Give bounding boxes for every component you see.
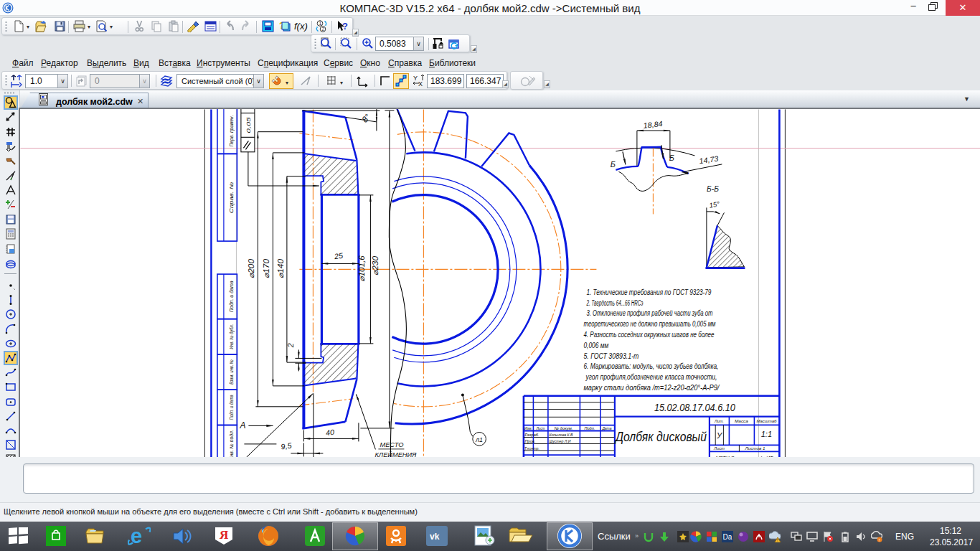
- svg-text:2: 2: [321, 26, 324, 32]
- svg-text:?: ?: [342, 21, 348, 32]
- svg-text:Изм.: Изм.: [524, 426, 532, 430]
- svg-text:Шустер Л.И: Шустер Л.И: [549, 439, 571, 443]
- svg-text:5. ГОСТ 30893.1-m: 5. ГОСТ 30893.1-m: [583, 352, 639, 360]
- svg-text:40: 40: [325, 428, 335, 438]
- svg-text:Подп. и дата: Подп. и дата: [229, 281, 234, 312]
- svg-text:угол профиля,обозначение класс: угол профиля,обозначение класса точности…: [585, 373, 717, 381]
- svg-text:25: 25: [333, 251, 344, 261]
- svg-text:марку стали долбяка /m=12-z20-: марку стали долбяка /m=12-z20-α20°-А-Р9/: [583, 384, 720, 392]
- svg-text:Масса: Масса: [735, 418, 749, 423]
- svg-text:1:1: 1:1: [761, 430, 772, 438]
- svg-text:МЕСТО: МЕСТО: [380, 441, 403, 448]
- svg-text:Разраб.: Разраб.: [524, 433, 539, 437]
- svg-text:⌀230: ⌀230: [371, 256, 380, 276]
- svg-text:2: 2: [286, 343, 295, 348]
- svg-text:⌀101,6: ⌀101,6: [357, 255, 366, 281]
- svg-text:X: X: [418, 80, 423, 88]
- svg-text:4. Разность соседних окружных: 4. Разность соседних окружных шагов не б…: [583, 331, 714, 339]
- svg-text:15.02.08.17.04.6.10: 15.02.08.17.04.6.10: [654, 401, 735, 413]
- svg-text:Подп.: Подп.: [584, 426, 595, 430]
- svg-text:Дата: Дата: [602, 426, 613, 430]
- svg-text:Масштаб: Масштаб: [756, 418, 776, 423]
- svg-text:⌀200: ⌀200: [247, 259, 255, 278]
- svg-text:Лист: Лист: [713, 446, 725, 451]
- svg-text:л1: л1: [475, 436, 483, 443]
- svg-text:А: А: [239, 420, 245, 430]
- svg-text:Пров.: Пров.: [524, 439, 535, 443]
- svg-text:⌀140: ⌀140: [276, 259, 285, 278]
- svg-text:Долбяк дисковый: Долбяк дисковый: [614, 429, 707, 444]
- svg-text:0,006 мм: 0,006 мм: [583, 342, 608, 349]
- svg-text:Лист: Лист: [536, 426, 545, 430]
- svg-text:У: У: [716, 431, 722, 440]
- svg-text:Б: Б: [611, 160, 616, 169]
- svg-text:Листов 1: Листов 1: [744, 446, 765, 451]
- svg-text:Копылова К.В: Копылова К.В: [549, 433, 573, 437]
- svg-text:Б-Б: Б-Б: [707, 184, 719, 193]
- svg-text:Перв. примен.: Перв. примен.: [229, 115, 235, 146]
- svg-text:Т.контр.: Т.контр.: [524, 446, 540, 451]
- svg-text:1. Технические требования по Г: 1. Технические требования по ГОСТ 9323-7…: [586, 288, 711, 296]
- svg-text:Лит.: Лит.: [714, 418, 724, 423]
- svg-text:2. Твердость 64...66 HRCэ: 2. Твердость 64...66 HRCэ: [586, 299, 644, 307]
- svg-text:⌀170: ⌀170: [262, 259, 270, 278]
- svg-text:0,05: 0,05: [245, 117, 252, 133]
- svg-text:КЛЕЙМЕНИЯ: КЛЕЙМЕНИЯ: [374, 451, 416, 457]
- svg-text:3. Отклонение профиля рабочей: 3. Отклонение профиля рабочей части зуба…: [586, 310, 712, 318]
- svg-text:Я: Я: [220, 528, 228, 542]
- svg-text:Инв. № дубл.: Инв. № дубл.: [229, 324, 235, 349]
- svg-text:vk: vk: [430, 532, 440, 542]
- svg-text:Y: Y: [413, 75, 418, 82]
- svg-text:Б: Б: [669, 154, 674, 162]
- svg-text:6. Маркировать: модуль, число: 6. Маркировать: модуль, число зубьев дол…: [583, 362, 718, 370]
- svg-text:9,5: 9,5: [281, 441, 293, 451]
- svg-text:№ докум.: № докум.: [554, 426, 573, 430]
- svg-text:Da: Da: [723, 533, 732, 541]
- svg-text:Справ. №: Справ. №: [229, 182, 235, 213]
- svg-text:теоретического не должно превы: теоретического не должно превышать 0,005…: [583, 320, 715, 328]
- svg-text:f(x): f(x): [294, 21, 308, 32]
- svg-text:Взам. инв. №: Взам. инв. №: [229, 359, 234, 385]
- svg-text:Подп. и дата: Подп. и дата: [229, 395, 234, 420]
- svg-text:Инв. № подл.: Инв. № подл.: [229, 430, 234, 457]
